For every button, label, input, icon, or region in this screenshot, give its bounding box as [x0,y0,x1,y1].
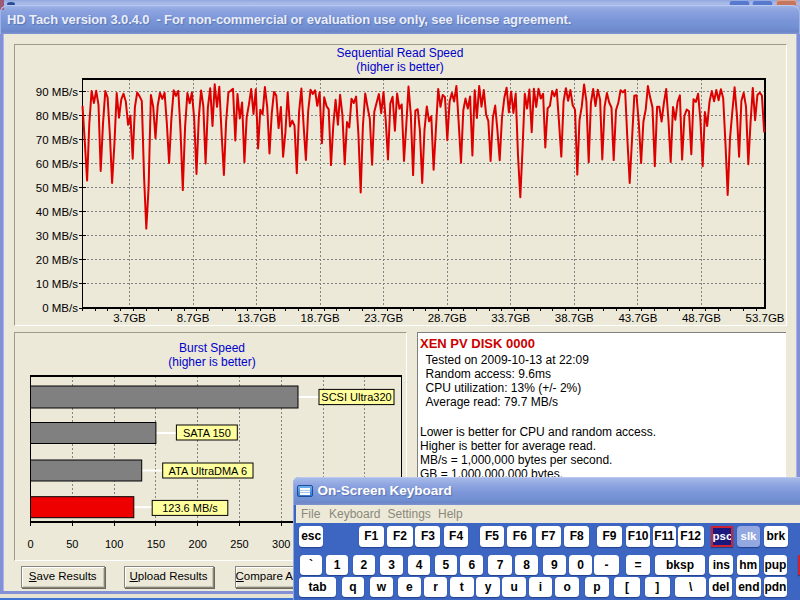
svg-text:250: 250 [230,538,248,550]
svg-text:60 MB/s: 60 MB/s [36,158,78,170]
svg-text:300: 300 [272,538,290,550]
svg-text:90 MB/s: 90 MB/s [36,86,78,98]
svg-text:33.7GB: 33.7GB [491,312,530,324]
svg-text:53.7GB: 53.7GB [746,312,785,324]
svg-text:13.7GB: 13.7GB [237,312,276,324]
svg-text:(higher is better): (higher is better) [356,60,443,74]
svg-text:43.7GB: 43.7GB [618,312,657,324]
svg-text:123.6 MB/s: 123.6 MB/s [162,502,218,514]
svg-text:20 MB/s: 20 MB/s [36,254,78,266]
svg-text:23.7GB: 23.7GB [364,312,403,324]
svg-text:Burst Speed: Burst Speed [179,341,245,355]
svg-text:70 MB/s: 70 MB/s [36,134,78,146]
svg-text:(higher is better): (higher is better) [168,355,255,369]
svg-text:200: 200 [189,538,207,550]
svg-text:40 MB/s: 40 MB/s [36,206,78,218]
svg-text:18.7GB: 18.7GB [301,312,340,324]
svg-text:ATA UltraDMA 6: ATA UltraDMA 6 [169,465,247,477]
svg-text:10 MB/s: 10 MB/s [36,278,78,290]
svg-text:38.7GB: 38.7GB [555,312,594,324]
svg-text:SATA 150: SATA 150 [183,427,231,439]
svg-text:3.7GB: 3.7GB [113,312,146,324]
svg-text:48.7GB: 48.7GB [682,312,721,324]
svg-text:50 MB/s: 50 MB/s [36,182,78,194]
svg-text:100: 100 [105,538,123,550]
svg-text:0 MB/s: 0 MB/s [42,302,78,314]
svg-text:8.7GB: 8.7GB [177,312,210,324]
svg-text:SCSI Ultra320: SCSI Ultra320 [321,391,391,403]
svg-text:30 MB/s: 30 MB/s [36,230,78,242]
svg-text:Sequential Read Speed: Sequential Read Speed [337,46,464,60]
svg-text:150: 150 [147,538,165,550]
svg-text:28.7GB: 28.7GB [428,312,467,324]
svg-text:50: 50 [66,538,78,550]
svg-text:80 MB/s: 80 MB/s [36,110,78,122]
svg-text:0: 0 [27,538,33,550]
